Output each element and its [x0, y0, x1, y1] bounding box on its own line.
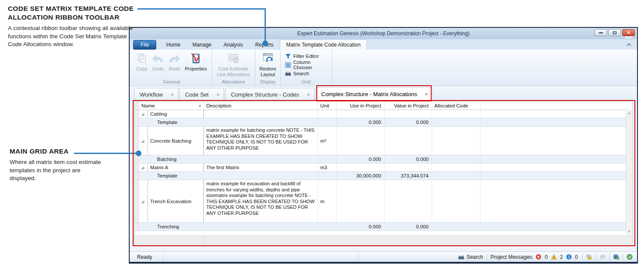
- close-tab-icon[interactable]: ×: [216, 92, 219, 98]
- page: { "colors": { "callout_blue": "#2e7dbe",…: [0, 0, 644, 271]
- expand-icon[interactable]: ⊿: [141, 138, 144, 143]
- minimize-button[interactable]: [594, 29, 607, 36]
- ribbon-callout-line-v: [265, 8, 266, 41]
- grid-annotation-body: Where all matrix item cost estimate temp…: [10, 158, 102, 183]
- ribbon-search-button[interactable]: Search: [283, 69, 329, 78]
- expand-icon[interactable]: ⊿: [141, 112, 144, 117]
- scroll-down-icon[interactable]: ▼: [626, 228, 632, 234]
- expand-icon[interactable]: ⊿: [141, 165, 144, 170]
- undo-button[interactable]: Undo: [150, 50, 166, 79]
- ribbon-annotation-body: A contextual ribbon toolbar showing all …: [8, 24, 139, 49]
- ribbon-group-allocations: Cost Estimate Line Allocations Allocatio…: [212, 50, 255, 86]
- column-header-allocated-code[interactable]: Allocated Code: [432, 101, 480, 110]
- sort-ascending-icon: ▲: [198, 104, 201, 107]
- filter-icon: [285, 53, 291, 59]
- binoculars-icon: [458, 254, 464, 260]
- column-header-value-in-project[interactable]: Value in Project: [385, 101, 432, 110]
- column-header-use-in-project[interactable]: Use in Project: [337, 101, 385, 110]
- ribbon-callout-line-h: [138, 8, 265, 10]
- window-title: Expert Estimation Genesis (Workshop Demo…: [130, 30, 637, 37]
- ribbon-annotation-title: CODE SET MATRIX TEMPLATE CODE ALLOCATION…: [8, 4, 139, 22]
- ribbon-group-general: Copy Undo Redo: [131, 50, 212, 86]
- ribbon-group-label-display: Display: [258, 79, 278, 86]
- chat-icon[interactable]: [600, 254, 606, 260]
- collapse-ribbon-button[interactable]: [625, 41, 633, 48]
- column-header-name[interactable]: Name ▲: [139, 101, 204, 110]
- column-header-unit[interactable]: Unit: [318, 101, 337, 110]
- app-window: Expert Estimation Genesis (Workshop Demo…: [129, 27, 638, 264]
- grid-row-trenching[interactable]: Trenching 0.000 0.000: [134, 223, 627, 231]
- grid-header-row: Name ▲ Description Unit Use in Project V…: [134, 101, 627, 110]
- close-tab-icon[interactable]: ×: [425, 91, 428, 97]
- info-count: 0: [575, 254, 578, 260]
- column-chooser-button[interactable]: Column Chooser: [283, 60, 329, 69]
- project-messages-label: Project Messages:: [490, 254, 533, 260]
- status-ready: Ready: [130, 254, 152, 260]
- cost-estimate-line-allocations-button[interactable]: Cost Estimate Line Allocations: [215, 50, 252, 79]
- ribbon-group-display: Restore Layout Display: [255, 50, 281, 86]
- doc-tab-complex-structure-matrix-allocations[interactable]: Complex Structure - Matrix Allocations ×: [315, 87, 433, 101]
- maximize-icon: [613, 31, 617, 34]
- copy-icon: [136, 51, 148, 65]
- binoculars-icon: [285, 70, 291, 77]
- grid-annotation-title: MAIN GRID AREA: [10, 147, 102, 156]
- grid-row-concrete-batching[interactable]: ⊿Concrete Batching matrix example for ba…: [134, 127, 627, 155]
- warning-count: 2: [560, 254, 563, 260]
- doc-tab-workflow[interactable]: Workflow ×: [134, 88, 178, 101]
- ribbon-tab-matrix-template-code-allocation[interactable]: Matrix Template Code Allocation: [280, 40, 366, 50]
- ribbon-tab-manage[interactable]: Manage: [187, 40, 217, 50]
- vertical-scrollbar[interactable]: ▲ ▼: [626, 110, 632, 234]
- grid-row-matrix-a[interactable]: ⊿Matrix A The first Matrix m3: [134, 164, 627, 172]
- ribbon-group-label-allocations: Allocations: [215, 79, 252, 86]
- status-search-button[interactable]: Search: [458, 254, 483, 260]
- database-status-icon[interactable]: [613, 254, 619, 260]
- close-button[interactable]: ✕: [622, 29, 635, 36]
- error-count: 0: [545, 254, 548, 260]
- doc-tab-code-set[interactable]: Code Set ×: [179, 88, 224, 101]
- chevron-up-icon: [626, 43, 632, 47]
- minimize-icon: [599, 32, 603, 33]
- grid-row-template-cabling[interactable]: Template 0.000 0.000: [134, 118, 627, 127]
- ribbon-tab-home[interactable]: Home: [161, 40, 186, 50]
- expand-icon[interactable]: ⊿: [141, 199, 144, 204]
- properties-icon: [190, 51, 201, 65]
- status-bar: Ready Search Project Messages: 0: [130, 251, 637, 262]
- close-tab-icon[interactable]: ×: [171, 92, 174, 98]
- restore-layout-button[interactable]: Restore Layout: [258, 50, 278, 79]
- column-header-description[interactable]: Description: [204, 101, 318, 110]
- scroll-up-icon[interactable]: ▲: [626, 110, 632, 116]
- info-icon: [566, 254, 572, 260]
- grid-row-template-matrix-a[interactable]: Template 30,000.000 373,344.074: [134, 172, 627, 180]
- project-messages[interactable]: Project Messages: 0 2 0: [490, 254, 579, 260]
- redo-icon: [168, 51, 181, 65]
- warning-icon: [551, 254, 557, 260]
- properties-button[interactable]: Properties: [183, 50, 208, 79]
- restore-layout-icon: [262, 51, 274, 65]
- doc-tab-complex-structure-codes[interactable]: Complex Structure - Codes ×: [225, 88, 315, 101]
- grid-row-trench-excavation[interactable]: ⊿Trench Excavation matrix example for ex…: [134, 180, 627, 223]
- grid-callout-dot: [136, 151, 141, 156]
- ok-status-icon[interactable]: [627, 254, 633, 260]
- grid-row-cabling[interactable]: ⊿Cabling: [134, 110, 627, 118]
- lock-permissions-icon[interactable]: [586, 254, 592, 260]
- close-icon: ✕: [627, 30, 631, 35]
- ribbon-group-label-general: General: [134, 79, 209, 86]
- cost-estimate-icon: [228, 51, 240, 65]
- document-tab-strip: Workflow × Code Set × Complex Structure …: [130, 86, 637, 101]
- redo-button[interactable]: Redo: [167, 50, 182, 79]
- ribbon-group-grid: Filter Editor Column Chooser Search: [281, 50, 332, 86]
- grid-footer-panel: [134, 235, 632, 245]
- close-tab-icon[interactable]: ×: [307, 92, 310, 98]
- title-bar[interactable]: Expert Estimation Genesis (Workshop Demo…: [130, 28, 637, 39]
- ribbon-annotation: CODE SET MATRIX TEMPLATE CODE ALLOCATION…: [8, 4, 139, 49]
- maximize-button[interactable]: [608, 29, 621, 36]
- ribbon-tab-analysis[interactable]: Analysis: [218, 40, 249, 50]
- error-icon: [536, 254, 542, 260]
- column-chooser-icon: [285, 62, 291, 68]
- ribbon-tab-strip: File Home Manage Analysis Reports Matrix…: [130, 39, 637, 50]
- grid-row-batching[interactable]: Batching 0.000 0.000: [134, 155, 627, 164]
- undo-icon: [152, 51, 164, 65]
- filter-editor-button[interactable]: Filter Editor: [283, 52, 329, 60]
- ribbon-group-label-grid: Grid: [283, 79, 329, 86]
- copy-button[interactable]: Copy: [134, 50, 149, 79]
